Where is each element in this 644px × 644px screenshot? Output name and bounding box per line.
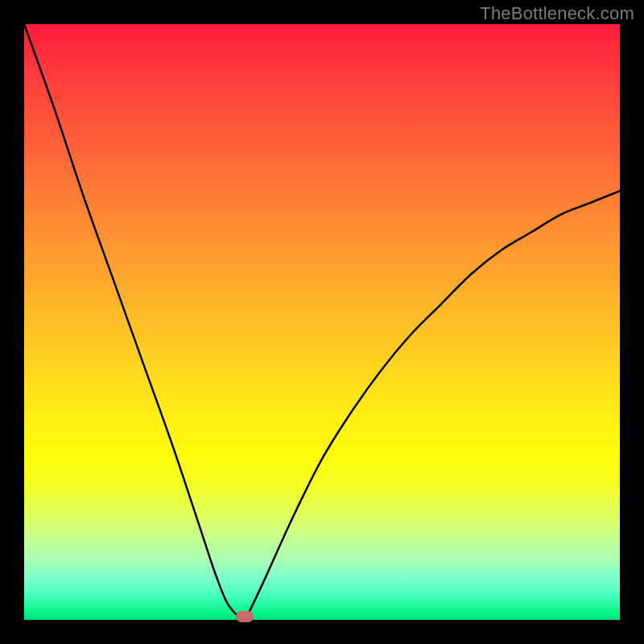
plot-area xyxy=(24,24,620,620)
optimal-marker xyxy=(236,611,254,622)
bottleneck-curve xyxy=(24,24,620,620)
chart-frame: TheBottleneck.com xyxy=(0,0,644,644)
watermark-text: TheBottleneck.com xyxy=(480,3,634,24)
